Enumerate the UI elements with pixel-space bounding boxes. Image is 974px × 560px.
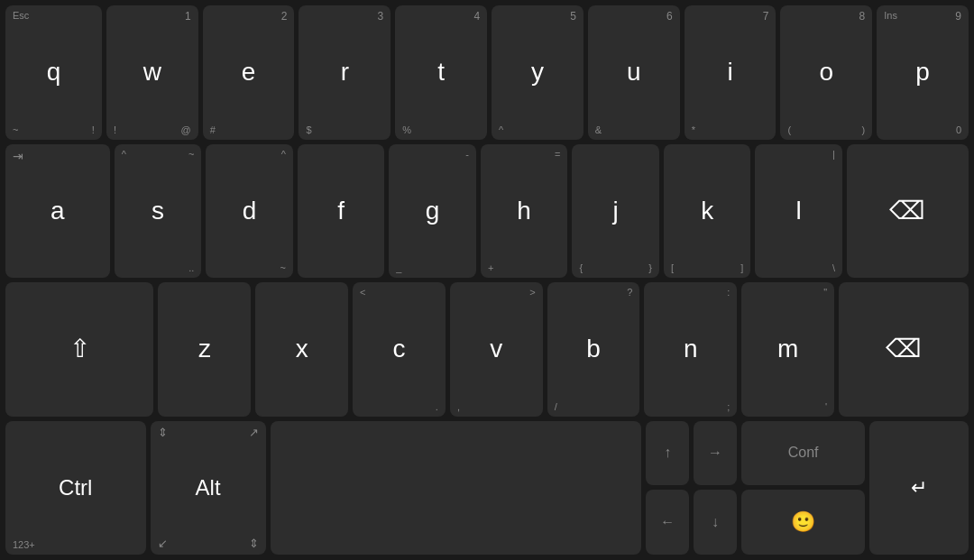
key-g[interactable]: - g _ bbox=[389, 144, 476, 279]
key-a[interactable]: ⇥ a bbox=[5, 144, 110, 279]
row-1: Esc q ~ ! 1 w ! @ 2 e # 3 r $ 4 t % 5 bbox=[5, 5, 969, 140]
key-u[interactable]: 6 u & bbox=[588, 5, 680, 140]
key-ctrl[interactable]: Ctrl 123+ bbox=[5, 421, 146, 555]
shift-left-icon: ⇧ bbox=[69, 336, 90, 362]
conf-label: Conf bbox=[788, 445, 819, 461]
key-i[interactable]: 7 i * bbox=[685, 5, 776, 140]
emoji-icon: 🙂 bbox=[791, 510, 815, 534]
key-c[interactable]: < c . bbox=[353, 282, 446, 417]
key-h[interactable]: = h + bbox=[481, 144, 568, 279]
key-e[interactable]: 2 e # bbox=[203, 5, 295, 140]
key-n[interactable]: : n ; bbox=[644, 282, 737, 417]
key-arrow-up[interactable]: ↑ bbox=[646, 421, 689, 486]
keyboard: Esc q ~ ! 1 w ! @ 2 e # 3 r $ 4 t % 5 bbox=[0, 0, 974, 560]
esc-label: Esc bbox=[13, 10, 29, 21]
key-arrow-down[interactable]: ↓ bbox=[694, 490, 737, 555]
key-v[interactable]: > v , bbox=[450, 282, 543, 417]
key-alt[interactable]: ⇕ ↗ Alt ↙ ⇕ bbox=[151, 421, 266, 555]
key-z[interactable]: z bbox=[158, 282, 251, 417]
key-backspace[interactable]: ⌫ bbox=[839, 282, 969, 417]
key-b[interactable]: ? b / bbox=[547, 282, 640, 417]
key-r[interactable]: 3 r $ bbox=[299, 5, 391, 140]
key-arrow-left[interactable]: ← bbox=[646, 490, 689, 555]
key-conf[interactable]: Conf bbox=[741, 421, 865, 486]
key-o[interactable]: 8 o ( ) bbox=[780, 5, 872, 140]
key-shift-left[interactable]: ⇧ bbox=[5, 282, 153, 417]
backspace-top-icon: ⌫ bbox=[889, 198, 925, 224]
key-emoji[interactable]: 🙂 bbox=[741, 490, 865, 555]
key-backspace-top[interactable]: ⌫ bbox=[847, 144, 969, 279]
key-x[interactable]: x bbox=[255, 282, 348, 417]
key-j[interactable]: j { } bbox=[572, 144, 659, 279]
key-p[interactable]: Ins 9 p 0 bbox=[877, 5, 969, 140]
key-y[interactable]: 5 y ^ bbox=[492, 5, 583, 140]
key-space[interactable] bbox=[271, 421, 642, 555]
backspace-icon: ⌫ bbox=[886, 336, 922, 362]
key-q[interactable]: Esc q ~ ! bbox=[5, 5, 102, 140]
row-4: Ctrl 123+ ⇕ ↗ Alt ↙ ⇕ ↑ → ← ↓ bbox=[5, 421, 969, 555]
row-3: ⇧ z x < c . > v , ? b / : n ; " bbox=[5, 282, 969, 417]
enter-icon: ↵ bbox=[911, 476, 927, 500]
key-f[interactable]: f bbox=[298, 144, 385, 279]
key-arrow-right[interactable]: → bbox=[694, 421, 737, 486]
key-l[interactable]: | l \ bbox=[755, 144, 842, 279]
key-s[interactable]: ^ ~ s .. bbox=[115, 144, 202, 279]
key-m[interactable]: " m ' bbox=[741, 282, 834, 417]
key-k[interactable]: k [ ] bbox=[664, 144, 751, 279]
key-w[interactable]: 1 w ! @ bbox=[106, 5, 198, 140]
key-d[interactable]: ^ d ~ bbox=[206, 144, 293, 279]
key-t[interactable]: 4 t % bbox=[395, 5, 487, 140]
row-2: ⇥ a ^ ~ s .. ^ d ~ f - g _ = h + j bbox=[5, 144, 969, 279]
key-enter[interactable]: ↵ bbox=[869, 421, 969, 555]
